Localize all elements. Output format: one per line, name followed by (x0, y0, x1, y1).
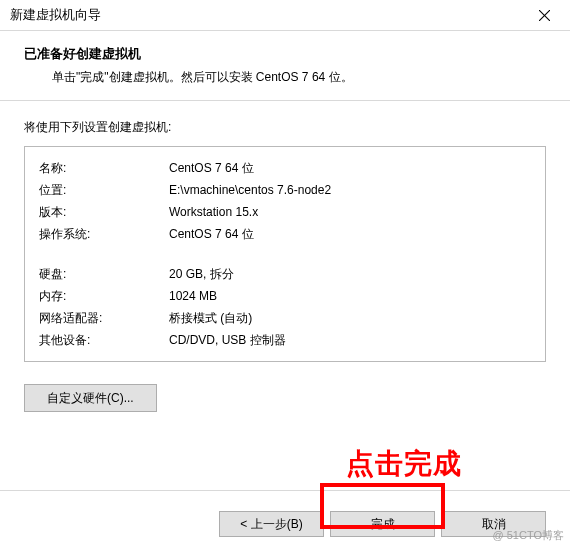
summary-key: 硬盘: (39, 263, 169, 285)
titlebar: 新建虚拟机向导 (0, 0, 570, 30)
summary-key: 网络适配器: (39, 307, 169, 329)
summary-row: 网络适配器:桥接模式 (自动) (39, 307, 531, 329)
summary-box: 名称:CentOS 7 64 位位置:E:\vmachine\centos 7.… (24, 146, 546, 362)
customize-hardware-button[interactable]: 自定义硬件(C)... (24, 384, 157, 412)
summary-value: 1024 MB (169, 285, 531, 307)
wizard-title: 已准备好创建虚拟机 (24, 45, 546, 63)
summary-row: 操作系统:CentOS 7 64 位 (39, 223, 531, 245)
wizard-header: 已准备好创建虚拟机 单击"完成"创建虚拟机。然后可以安装 CentOS 7 64… (0, 31, 570, 100)
finish-button[interactable]: 完成 (330, 511, 435, 537)
summary-key: 其他设备: (39, 329, 169, 351)
watermark: @ 51CTO博客 (493, 528, 564, 543)
summary-gap (39, 245, 531, 263)
back-button[interactable]: < 上一步(B) (219, 511, 324, 537)
summary-lead: 将使用下列设置创建虚拟机: (24, 119, 546, 136)
summary-value: 20 GB, 拆分 (169, 263, 531, 285)
summary-value: CentOS 7 64 位 (169, 157, 531, 179)
content-area: 将使用下列设置创建虚拟机: 名称:CentOS 7 64 位位置:E:\vmac… (0, 101, 570, 416)
summary-key: 版本: (39, 201, 169, 223)
summary-row: 版本:Workstation 15.x (39, 201, 531, 223)
wizard-subtitle: 单击"完成"创建虚拟机。然后可以安装 CentOS 7 64 位。 (24, 69, 546, 86)
summary-key: 名称: (39, 157, 169, 179)
summary-key: 位置: (39, 179, 169, 201)
window-title: 新建虚拟机向导 (10, 6, 101, 24)
summary-row: 硬盘:20 GB, 拆分 (39, 263, 531, 285)
customize-row: 自定义硬件(C)... (24, 384, 546, 412)
summary-key: 操作系统: (39, 223, 169, 245)
summary-key: 内存: (39, 285, 169, 307)
summary-row: 名称:CentOS 7 64 位 (39, 157, 531, 179)
summary-value: CD/DVD, USB 控制器 (169, 329, 531, 351)
summary-value: E:\vmachine\centos 7.6-node2 (169, 179, 531, 201)
summary-row: 其他设备:CD/DVD, USB 控制器 (39, 329, 531, 351)
divider (0, 490, 570, 491)
summary-value: Workstation 15.x (169, 201, 531, 223)
close-button[interactable] (522, 1, 566, 29)
annotation-text: 点击完成 (346, 445, 462, 483)
close-icon (539, 10, 550, 21)
summary-row: 位置:E:\vmachine\centos 7.6-node2 (39, 179, 531, 201)
summary-row: 内存:1024 MB (39, 285, 531, 307)
summary-value: CentOS 7 64 位 (169, 223, 531, 245)
summary-value: 桥接模式 (自动) (169, 307, 531, 329)
